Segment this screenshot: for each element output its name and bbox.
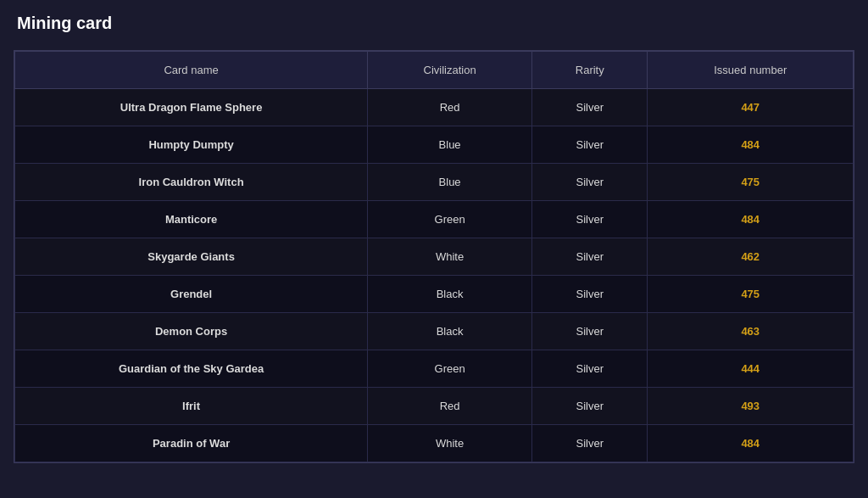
table-row: Skygarde GiantsWhiteSilver462 [15,238,854,276]
cell-rarity: Silver [532,89,648,126]
table-row: Ultra Dragon Flame SphereRedSilver447 [15,89,854,126]
cell-civilization: Black [368,313,532,350]
cell-rarity: Silver [532,201,648,238]
table-row: Humpty DumptyBlueSilver484 [15,126,854,164]
cell-issued-number: 447 [648,89,854,126]
cell-card-name: Manticore [15,201,368,238]
table-row: ManticoreGreenSilver484 [15,201,854,238]
cell-issued-number: 462 [648,238,854,276]
cell-card-name: Guardian of the Sky Gardea [15,350,368,388]
cell-card-name: Iron Cauldron Witch [15,164,368,201]
cell-civilization: Black [368,276,532,313]
cell-civilization: Red [368,89,532,126]
cell-rarity: Silver [532,276,648,313]
cell-issued-number: 484 [648,126,854,164]
table-row: Guardian of the Sky GardeaGreenSilver444 [15,350,854,388]
table-row: IfritRedSilver493 [15,388,854,425]
cell-civilization: Red [368,388,532,425]
cell-rarity: Silver [532,126,648,164]
cell-rarity: Silver [532,388,648,425]
cell-rarity: Silver [532,313,648,350]
cell-issued-number: 475 [648,276,854,313]
cell-civilization: White [368,425,532,462]
cell-card-name: Humpty Dumpty [15,126,368,164]
page-title: Mining card [14,14,854,33]
cell-civilization: Blue [368,164,532,201]
cell-issued-number: 484 [648,201,854,238]
col-header-rarity: Rarity [532,52,648,89]
cell-issued-number: 463 [648,313,854,350]
cell-issued-number: 484 [648,425,854,462]
cell-civilization: Green [368,350,532,388]
cell-issued-number: 444 [648,350,854,388]
cell-civilization: Blue [368,126,532,164]
cell-card-name: Skygarde Giants [15,238,368,276]
mining-card-table: Card name Civilization Rarity Issued num… [14,51,854,462]
table-row: Demon CorpsBlackSilver463 [15,313,854,350]
table-header-row: Card name Civilization Rarity Issued num… [15,52,854,89]
cell-issued-number: 493 [648,388,854,425]
cell-civilization: Green [368,201,532,238]
col-header-civilization: Civilization [368,52,532,89]
mining-card-table-container: Card name Civilization Rarity Issued num… [14,50,854,463]
cell-civilization: White [368,238,532,276]
cell-card-name: Grendel [15,276,368,313]
cell-card-name: Paradin of War [15,425,368,462]
table-row: Iron Cauldron WitchBlueSilver475 [15,164,854,201]
col-header-card-name: Card name [15,52,368,89]
cell-rarity: Silver [532,164,648,201]
table-body: Ultra Dragon Flame SphereRedSilver447Hum… [15,89,854,462]
table-row: GrendelBlackSilver475 [15,276,854,313]
cell-rarity: Silver [532,350,648,388]
cell-card-name: Ifrit [15,388,368,425]
cell-card-name: Demon Corps [15,313,368,350]
table-row: Paradin of WarWhiteSilver484 [15,425,854,462]
col-header-issued-number: Issued number [648,52,854,89]
cell-issued-number: 475 [648,164,854,201]
cell-rarity: Silver [532,425,648,462]
cell-card-name: Ultra Dragon Flame Sphere [15,89,368,126]
cell-rarity: Silver [532,238,648,276]
